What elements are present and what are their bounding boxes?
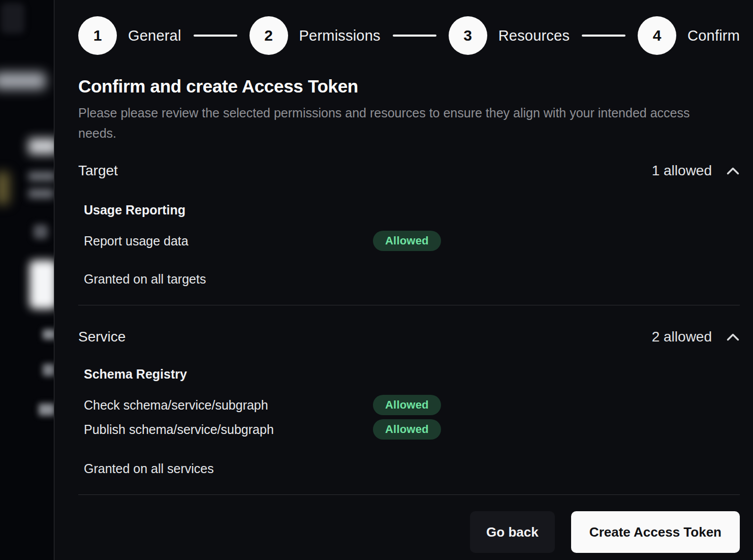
stepper-connector <box>393 35 436 37</box>
step-number-badge[interactable]: 1 <box>78 16 117 55</box>
section-divider <box>78 305 740 305</box>
status-badge-allowed: Allowed <box>373 419 441 440</box>
blurred-page-heading <box>28 138 54 154</box>
chevron-up-icon[interactable] <box>726 167 740 175</box>
blurred-app-logo <box>1 3 24 34</box>
permission-group-name: Schema Registry <box>78 366 740 382</box>
stepper-step-general[interactable]: 1 General <box>78 16 181 55</box>
step-label: General <box>128 27 181 44</box>
blurred-white-button <box>29 260 54 309</box>
stepper-step-resources[interactable]: 3 Resources <box>449 16 570 55</box>
blurred-warning-banner <box>0 172 9 204</box>
status-badge-allowed: Allowed <box>373 395 441 415</box>
permission-label: Report usage data <box>84 234 373 248</box>
section-title: Service <box>78 329 125 345</box>
step-number-badge[interactable]: 3 <box>449 16 487 55</box>
blurred-icon <box>34 225 48 239</box>
permission-row: Publish schema/service/subgraph Allowed <box>78 419 740 440</box>
create-access-token-button[interactable]: Create Access Token <box>571 511 740 553</box>
permission-row: Report usage data Allowed <box>78 231 740 251</box>
step-label: Resources <box>498 27 570 44</box>
stepper-connector <box>582 35 625 37</box>
granted-note: Granted on all targets <box>78 271 740 287</box>
blurred-text-line <box>39 403 54 416</box>
blurred-text-line <box>28 189 54 198</box>
permission-group-name: Usage Reporting <box>78 202 740 217</box>
footer-divider <box>78 494 740 495</box>
step-label: Confirm <box>687 27 740 44</box>
background-page-blurred <box>0 0 54 560</box>
wizard-footer: Go back Create Access Token <box>78 511 740 553</box>
stepper-step-confirm[interactable]: 4 Confirm <box>638 16 740 55</box>
permission-label: Check schema/service/subgraph <box>84 398 373 413</box>
page-title: Confirm and create Access Token <box>78 76 740 97</box>
stepper-step-permissions[interactable]: 2 Permissions <box>249 16 381 55</box>
create-access-token-modal: 1 General 2 Permissions 3 Resources 4 Co… <box>54 0 753 560</box>
blurred-text-line <box>28 172 54 181</box>
step-number-badge[interactable]: 4 <box>638 16 676 55</box>
wizard-stepper: 1 General 2 Permissions 3 Resources 4 Co… <box>78 16 740 55</box>
section-header-target: Target 1 allowed <box>78 161 740 181</box>
permission-label: Publish schema/service/subgraph <box>84 422 373 437</box>
step-number-badge[interactable]: 2 <box>249 16 288 55</box>
page-subtitle: Please please review the selected permis… <box>78 103 703 143</box>
stepper-connector <box>194 35 237 37</box>
section-header-service: Service 2 allowed <box>78 327 740 347</box>
granted-note: Granted on all services <box>78 461 740 476</box>
section-title: Target <box>78 163 118 179</box>
section-toggle-service[interactable]: 2 allowed <box>652 329 740 345</box>
blurred-nav-item <box>0 72 46 89</box>
permission-row: Check schema/service/subgraph Allowed <box>78 395 740 415</box>
allowed-count: 1 allowed <box>652 163 712 179</box>
status-badge-allowed: Allowed <box>373 231 441 251</box>
chevron-up-icon[interactable] <box>726 333 740 341</box>
go-back-button[interactable]: Go back <box>470 511 555 553</box>
blurred-text-line <box>43 364 54 376</box>
step-label: Permissions <box>299 27 381 44</box>
blurred-text-line <box>43 329 54 339</box>
section-toggle-target[interactable]: 1 allowed <box>652 163 740 179</box>
allowed-count: 2 allowed <box>652 329 712 345</box>
